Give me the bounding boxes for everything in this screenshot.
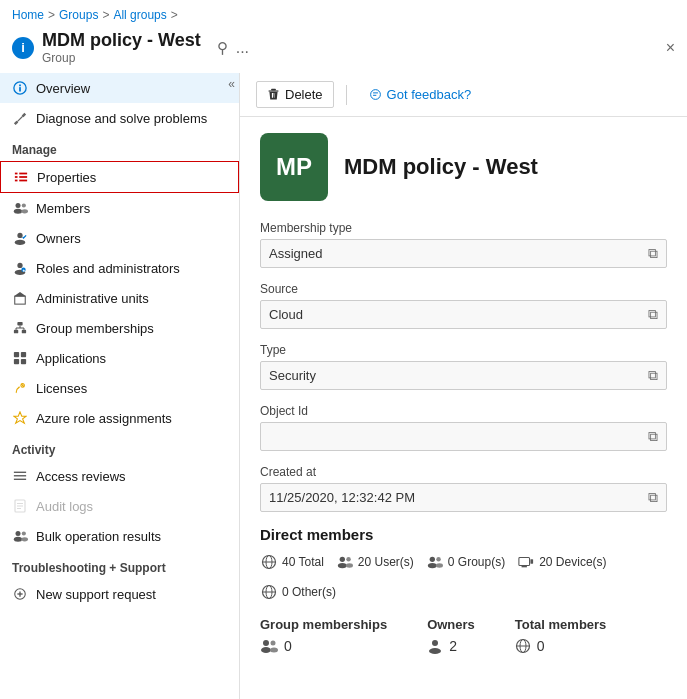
copy-source[interactable]: ⧉ xyxy=(648,306,658,323)
sidebar-item-azure-role[interactable]: Azure role assignments xyxy=(0,403,239,433)
sidebar-properties-label: Properties xyxy=(37,170,96,185)
svg-rect-2 xyxy=(19,85,21,87)
more-icon[interactable]: ... xyxy=(236,39,249,57)
svg-point-69 xyxy=(261,647,271,653)
svg-point-41 xyxy=(15,531,20,536)
title-text: MDM policy - West Group xyxy=(42,30,201,65)
svg-rect-6 xyxy=(19,176,27,178)
svg-text:★: ★ xyxy=(22,268,26,273)
info-icon xyxy=(12,80,28,96)
svg-rect-4 xyxy=(19,173,27,175)
users-icon-stat xyxy=(336,553,354,571)
created-at-value: 11/25/2020, 12:32:42 PM ⧉ xyxy=(260,483,667,512)
pin-icon[interactable]: ⚲ xyxy=(217,39,228,57)
groups-icon-stat xyxy=(426,553,444,571)
sidebar-item-roles[interactable]: ★ Roles and administrators xyxy=(0,253,239,283)
roles-icon: ★ xyxy=(12,260,28,276)
object-id-value: ⧉ xyxy=(260,422,667,451)
stat-devices: 20 Device(s) xyxy=(517,553,606,571)
breadcrumb-all-groups[interactable]: All groups xyxy=(113,8,166,22)
close-button[interactable]: × xyxy=(666,39,675,57)
breadcrumb-groups[interactable]: Groups xyxy=(59,8,98,22)
svg-point-11 xyxy=(21,203,25,207)
svg-rect-21 xyxy=(17,322,22,326)
breadcrumb-home[interactable]: Home xyxy=(12,8,44,22)
sidebar-item-bulk-results[interactable]: Bulk operation results xyxy=(0,521,239,551)
sidebar-item-group-memberships[interactable]: Group memberships xyxy=(0,313,239,343)
collapse-button[interactable]: « xyxy=(228,77,235,91)
delete-button[interactable]: Delete xyxy=(256,81,334,108)
sidebar-azure-role-label: Azure role assignments xyxy=(36,411,172,426)
svg-rect-30 xyxy=(14,359,19,364)
sidebar-admin-units-label: Administrative units xyxy=(36,291,149,306)
bs-total-members-value: 0 xyxy=(515,638,607,654)
copy-object-id[interactable]: ⧉ xyxy=(648,428,658,445)
others-icon-stat xyxy=(260,583,278,601)
toolbar: Delete Got feedback? xyxy=(240,73,687,117)
sidebar-access-reviews-label: Access reviews xyxy=(36,469,126,484)
properties-icon xyxy=(13,169,29,185)
svg-point-43 xyxy=(21,531,25,535)
svg-point-44 xyxy=(21,537,28,541)
globe-icon xyxy=(260,553,278,571)
activity-label: Activity xyxy=(0,433,239,461)
title-bar: i MDM policy - West Group ⚲ ... × xyxy=(0,26,687,73)
applications-icon xyxy=(12,350,28,366)
sidebar-item-properties[interactable]: Properties xyxy=(0,161,239,193)
sidebar-audit-logs-label: Audit logs xyxy=(36,499,93,514)
svg-rect-3 xyxy=(15,173,18,175)
sidebar-item-applications[interactable]: Applications xyxy=(0,343,239,373)
svg-rect-31 xyxy=(21,359,26,364)
breadcrumb-sep3: > xyxy=(171,8,178,22)
copy-membership-type[interactable]: ⧉ xyxy=(648,245,658,262)
field-membership-type: Membership type Assigned ⧉ xyxy=(260,221,667,268)
content-area: MP MDM policy - West Membership type Ass… xyxy=(240,117,687,670)
svg-point-54 xyxy=(339,557,344,562)
svg-rect-38 xyxy=(17,503,23,504)
bulk-results-icon xyxy=(12,528,28,544)
sidebar-overview-label: Overview xyxy=(36,81,90,96)
members-icon xyxy=(12,200,28,216)
svg-point-61 xyxy=(436,563,443,567)
svg-point-70 xyxy=(271,641,276,646)
sidebar-item-new-support[interactable]: New support request xyxy=(0,579,239,609)
svg-rect-7 xyxy=(15,180,18,182)
svg-rect-48 xyxy=(271,89,276,91)
manage-label: Manage xyxy=(0,133,239,161)
created-at-label: Created at xyxy=(260,465,667,479)
group-memberships-icon xyxy=(12,320,28,336)
header-icon: i xyxy=(12,37,34,59)
svg-rect-34 xyxy=(14,472,26,473)
copy-type[interactable]: ⧉ xyxy=(648,367,658,384)
field-type: Type Security ⧉ xyxy=(260,343,667,390)
svg-rect-35 xyxy=(14,475,26,476)
sidebar-item-audit-logs[interactable]: Audit logs xyxy=(0,491,239,521)
sidebar-item-owners[interactable]: Owners xyxy=(0,223,239,253)
svg-point-60 xyxy=(436,557,440,561)
bs-group-memberships-label: Group memberships xyxy=(260,617,387,632)
bottom-stat-group-memberships: Group memberships 0 xyxy=(260,617,387,654)
sidebar-item-licenses[interactable]: Licenses xyxy=(0,373,239,403)
direct-members-title: Direct members xyxy=(260,526,667,543)
svg-marker-20 xyxy=(14,292,26,296)
page-title: MDM policy - West xyxy=(42,30,201,51)
new-support-icon xyxy=(12,586,28,602)
sidebar-item-diagnose[interactable]: Diagnose and solve problems xyxy=(0,103,239,133)
membership-type-value: Assigned ⧉ xyxy=(260,239,667,268)
sidebar-item-admin-units[interactable]: Administrative units xyxy=(0,283,239,313)
bottom-stats: Group memberships 0 Owners 2 Total membe… xyxy=(260,617,667,654)
feedback-button[interactable]: Got feedback? xyxy=(359,82,482,107)
sidebar-item-overview[interactable]: Overview xyxy=(0,73,239,103)
group-header: MP MDM policy - West xyxy=(260,133,667,201)
main-content: Delete Got feedback? MP MDM policy - Wes… xyxy=(240,73,687,699)
sidebar-item-members[interactable]: Members xyxy=(0,193,239,223)
sidebar-bulk-results-label: Bulk operation results xyxy=(36,529,161,544)
wrench-icon xyxy=(12,110,28,126)
members-stats: 40 Total 20 User(s) 0 Group(s) xyxy=(260,553,667,601)
copy-created-at[interactable]: ⧉ xyxy=(648,489,658,506)
svg-marker-33 xyxy=(14,412,26,423)
azure-role-icon xyxy=(12,410,28,426)
svg-rect-19 xyxy=(15,296,26,304)
sidebar-item-access-reviews[interactable]: Access reviews xyxy=(0,461,239,491)
svg-rect-64 xyxy=(531,559,534,563)
